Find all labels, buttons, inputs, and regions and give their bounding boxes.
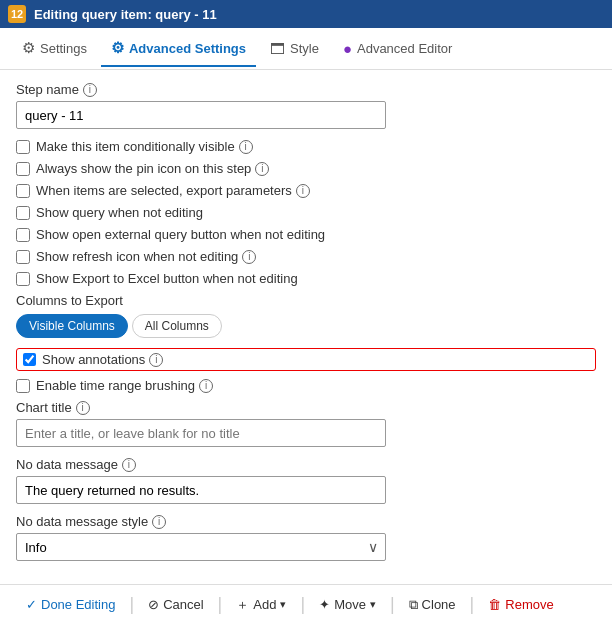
done-editing-button[interactable]: ✓ Done Editing	[16, 593, 125, 616]
add-button[interactable]: ＋ Add ▾	[226, 592, 296, 618]
tab-settings[interactable]: ⚙ Settings	[12, 31, 97, 67]
no-data-style-dropdown-wrap: Info Warning Error ∨	[16, 533, 386, 561]
tab-style-label: Style	[290, 41, 319, 56]
chart-title-info-icon[interactable]: i	[76, 401, 90, 415]
cancel-icon: ⊘	[148, 597, 159, 612]
export-params-checkbox[interactable]	[16, 184, 30, 198]
enable-brushing-checkbox[interactable]	[16, 379, 30, 393]
no-data-msg-info-icon[interactable]: i	[122, 458, 136, 472]
no-data-style-info-icon[interactable]: i	[152, 515, 166, 529]
show-annotations-info-icon[interactable]: i	[149, 353, 163, 367]
step-name-label: Step name i	[16, 82, 596, 97]
columns-toggle-group: Visible Columns All Columns	[16, 314, 596, 338]
clone-button[interactable]: ⧉ Clone	[399, 593, 466, 617]
show-annotations-checkbox[interactable]	[23, 353, 36, 366]
tab-style[interactable]: 🗖 Style	[260, 32, 329, 67]
chart-title-label: Chart title i	[16, 400, 596, 415]
cancel-button[interactable]: ⊘ Cancel	[138, 593, 213, 616]
step-name-input[interactable]	[16, 101, 386, 129]
tab-advanced-settings[interactable]: ⚙ Advanced Settings	[101, 31, 256, 67]
sep-5: |	[470, 594, 475, 615]
cond-visible-info-icon[interactable]: i	[239, 140, 253, 154]
title-text: Editing query item: query - 11	[34, 7, 217, 22]
add-caret-icon: ▾	[280, 598, 286, 611]
cancel-label: Cancel	[163, 597, 203, 612]
remove-button[interactable]: 🗑 Remove	[478, 593, 563, 616]
title-bar: 12 Editing query item: query - 11	[0, 0, 612, 28]
tab-advanced-editor-label: Advanced Editor	[357, 41, 452, 56]
checkbox-export-params: When items are selected, export paramete…	[16, 183, 596, 198]
checkbox-pin-icon: Always show the pin icon on this step i	[16, 161, 596, 176]
remove-icon: 🗑	[488, 597, 501, 612]
visible-columns-btn[interactable]: Visible Columns	[16, 314, 128, 338]
no-data-style-select[interactable]: Info Warning Error	[16, 533, 386, 561]
refresh-icon-info-icon[interactable]: i	[242, 250, 256, 264]
sep-4: |	[390, 594, 395, 615]
item-number-badge: 12	[8, 5, 26, 23]
step-name-info-icon[interactable]: i	[83, 83, 97, 97]
checkbox-export-excel: Show Export to Excel button when not edi…	[16, 271, 596, 286]
export-excel-checkbox[interactable]	[16, 272, 30, 286]
checkbox-show-query: Show query when not editing	[16, 205, 596, 220]
content-area: Step name i Make this item conditionally…	[0, 70, 612, 584]
settings-icon: ⚙	[22, 39, 35, 57]
action-bar: ✓ Done Editing | ⊘ Cancel | ＋ Add ▾ | ✦ …	[0, 584, 612, 624]
style-icon: 🗖	[270, 40, 285, 57]
checkbox-refresh-icon: Show refresh icon when not editing i	[16, 249, 596, 264]
move-button[interactable]: ✦ Move ▾	[309, 593, 386, 616]
done-editing-label: Done Editing	[41, 597, 115, 612]
all-columns-btn[interactable]: All Columns	[132, 314, 222, 338]
no-data-style-label: No data message style i	[16, 514, 596, 529]
advanced-settings-icon: ⚙	[111, 39, 124, 57]
tab-advanced-editor[interactable]: ● Advanced Editor	[333, 32, 462, 67]
move-label: Move	[334, 597, 366, 612]
pin-icon-checkbox[interactable]	[16, 162, 30, 176]
show-annotations-row: Show annotations i	[16, 348, 596, 371]
add-label: Add	[253, 597, 276, 612]
clone-label: Clone	[422, 597, 456, 612]
refresh-icon-checkbox[interactable]	[16, 250, 30, 264]
no-data-msg-label: No data message i	[16, 457, 596, 472]
add-icon: ＋	[236, 596, 249, 614]
tab-advanced-settings-label: Advanced Settings	[129, 41, 246, 56]
move-caret-icon: ▾	[370, 598, 376, 611]
remove-label: Remove	[505, 597, 553, 612]
checkbox-cond-visible: Make this item conditionally visible i	[16, 139, 596, 154]
advanced-editor-icon: ●	[343, 40, 352, 57]
sep-3: |	[300, 594, 305, 615]
no-data-msg-input[interactable]	[16, 476, 386, 504]
cond-visible-checkbox[interactable]	[16, 140, 30, 154]
sep-1: |	[129, 594, 134, 615]
open-external-checkbox[interactable]	[16, 228, 30, 242]
checkbox-enable-brushing: Enable time range brushing i	[16, 378, 596, 393]
tab-settings-label: Settings	[40, 41, 87, 56]
show-query-checkbox[interactable]	[16, 206, 30, 220]
chart-title-input[interactable]	[16, 419, 386, 447]
enable-brushing-info-icon[interactable]: i	[199, 379, 213, 393]
export-params-info-icon[interactable]: i	[296, 184, 310, 198]
tab-bar: ⚙ Settings ⚙ Advanced Settings 🗖 Style ●…	[0, 28, 612, 70]
sep-2: |	[218, 594, 223, 615]
move-icon: ✦	[319, 597, 330, 612]
columns-to-export-label: Columns to Export	[16, 293, 596, 308]
checkbox-open-external: Show open external query button when not…	[16, 227, 596, 242]
pin-icon-info-icon[interactable]: i	[255, 162, 269, 176]
done-editing-icon: ✓	[26, 597, 37, 612]
clone-icon: ⧉	[409, 597, 418, 613]
